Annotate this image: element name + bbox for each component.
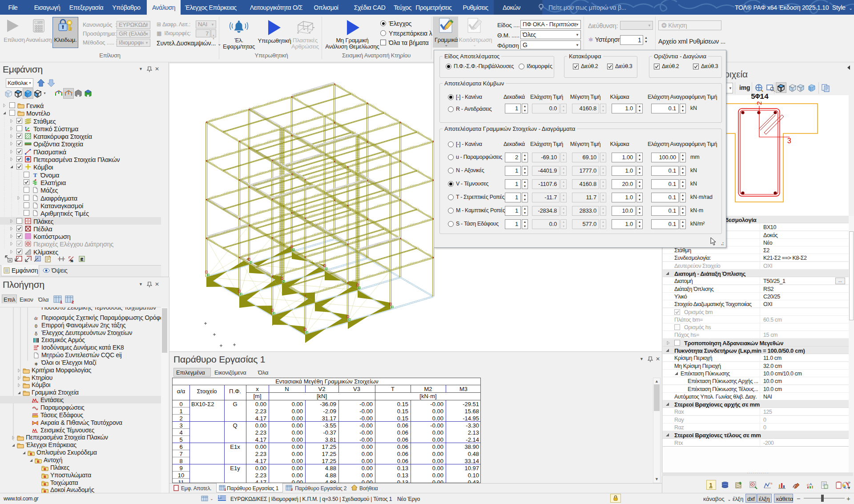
svg-text:B: B bbox=[44, 475, 46, 479]
svg-text:T: T bbox=[33, 172, 37, 178]
svg-text:⌄: ⌄ bbox=[210, 496, 214, 501]
svg-text:dr: dr bbox=[34, 316, 38, 321]
svg-text:2: 2 bbox=[291, 488, 293, 491]
svg-text:N: N bbox=[770, 482, 772, 485]
svg-text:123: 123 bbox=[37, 21, 42, 24]
svg-text:1: 1 bbox=[709, 482, 712, 488]
svg-text:B: B bbox=[30, 452, 32, 456]
svg-text:3: 3 bbox=[787, 137, 791, 145]
svg-text:2: 2 bbox=[755, 101, 763, 105]
svg-text:1: 1 bbox=[224, 488, 226, 491]
svg-text:θ: θ bbox=[35, 323, 37, 329]
svg-text:E: E bbox=[81, 257, 83, 262]
svg-text:δ: δ bbox=[35, 331, 37, 336]
svg-text:∗: ∗ bbox=[34, 361, 38, 367]
svg-text:%: % bbox=[70, 259, 73, 262]
svg-text:B: B bbox=[44, 467, 46, 471]
svg-text:B: B bbox=[37, 460, 40, 464]
svg-text:A: A bbox=[810, 482, 812, 486]
svg-text:B: B bbox=[44, 482, 46, 486]
